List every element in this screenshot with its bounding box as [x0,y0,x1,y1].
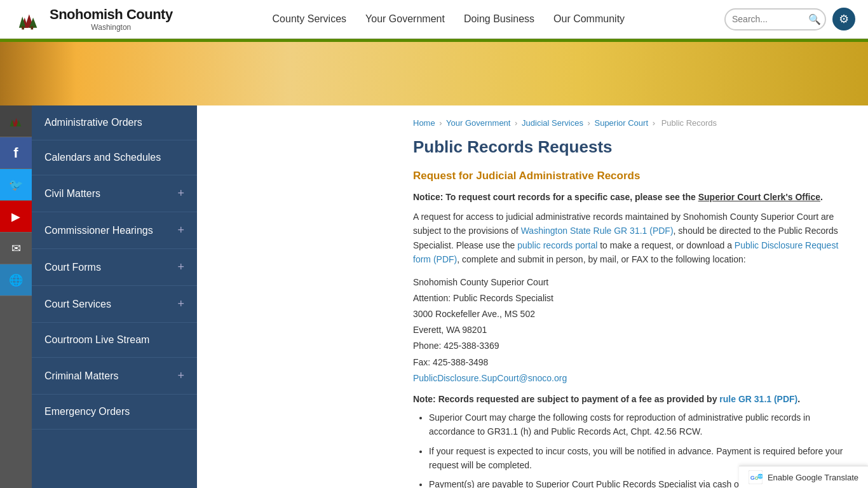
section-heading: Request for Judicial Administrative Reco… [413,170,849,182]
logo-icon [13,6,44,32]
svg-text:🌐: 🌐 [757,473,763,479]
address-phone: Phone: 425-388-3369 [413,338,849,354]
nav-item-civil-matters[interactable]: Civil Matters + [32,175,197,212]
nav-item-commissioner-hearings[interactable]: Commissioner Hearings + [32,212,197,249]
page-title: Public Records Requests [413,137,849,157]
logo-text: Snohomish County Washington [50,6,173,32]
county-name: Snohomish County [50,6,173,23]
note-text: Note: Records requested are subject to p… [413,394,849,404]
expand-court-forms-icon: + [177,261,184,274]
clerk-office-link[interactable]: Superior Court Clerk's Office [698,192,820,202]
address-line-2: Attention: Public Records Specialist [413,290,849,306]
nav-county-services[interactable]: County Services [273,13,347,25]
social-logo[interactable] [0,105,32,137]
address-line-4: Everett, WA 98201 [413,322,849,338]
nav-doing-business[interactable]: Doing Business [464,13,534,25]
notice-text: Notice: To request court records for a s… [413,192,849,202]
nav-item-calendars[interactable]: Calendars and Schedules [32,140,197,175]
header-right: 🔍 ⚙ [724,8,855,30]
svg-rect-5 [31,26,34,29]
facebook-icon[interactable]: f [0,137,32,169]
left-nav: Administrative Orders Calendars and Sche… [32,105,197,488]
search-input[interactable] [732,14,808,24]
breadcrumb-current: Public Records [661,118,717,128]
paragraph-1: A request for access to judicial adminis… [413,210,849,267]
address-fax: Fax: 425-388-3498 [413,355,849,370]
hero-banner [0,42,868,105]
state-name: Washington [50,23,173,32]
breadcrumb-judicial-services[interactable]: Judicial Services [522,118,583,128]
nav-item-courtroom-live-stream[interactable]: Courtroom Live Stream [32,323,197,358]
expand-commissioner-hearings-icon: + [177,224,184,237]
wa-rule-link[interactable]: Washington State Rule GR 31.1 (PDF) [521,226,674,236]
logo-group[interactable]: Snohomish County Washington [13,6,173,32]
main-layout: f 🐦 ▶ ✉ 🌐 Administrative Orders Calendar… [0,105,868,488]
nav-our-community[interactable]: Our Community [553,13,625,25]
main-nav: County Services Your Government Doing Bu… [273,13,625,25]
public-records-portal-link[interactable]: public records portal [517,240,597,250]
nav-item-court-forms[interactable]: Court Forms + [32,249,197,286]
bullet-1: Superior Court may charge the following … [429,410,849,439]
email-link[interactable]: PublicDisclosure.SupCourt@snoco.org [413,373,567,383]
svg-text:G: G [750,475,755,481]
nav-your-government[interactable]: Your Government [365,13,445,25]
expand-criminal-matters-icon: + [177,369,184,383]
translate-label: Enable Google Translate [768,473,858,482]
search-box[interactable]: 🔍 [724,8,826,30]
search-button[interactable]: 🔍 [808,13,821,25]
breadcrumb: Home › Your Government › Judicial Servic… [413,118,849,128]
breadcrumb-your-government[interactable]: Your Government [446,118,510,128]
site-header: Snohomish County Washington County Servi… [0,0,868,39]
address-block: Snohomish County Superior Court Attentio… [413,274,849,386]
translate-bar[interactable]: G o 🌐 Enable Google Translate [739,466,868,488]
youtube-icon[interactable]: ▶ [0,201,32,233]
expand-court-services-icon: + [177,297,184,311]
nav-item-administrative-orders[interactable]: Administrative Orders [32,105,197,140]
expand-civil-matters-icon: + [177,187,184,200]
nav-item-criminal-matters[interactable]: Criminal Matters + [32,358,197,395]
google-translate-icon: G o 🌐 [749,470,763,484]
settings-button[interactable]: ⚙ [832,8,855,30]
address-line-1: Snohomish County Superior Court [413,274,849,290]
disclosure-form-link[interactable]: Public Disclosure Request form (PDF) [413,240,838,264]
email-icon[interactable]: ✉ [0,233,32,264]
globe-icon[interactable]: 🌐 [0,264,32,296]
breadcrumb-home[interactable]: Home [413,118,435,128]
twitter-icon[interactable]: 🐦 [0,169,32,201]
breadcrumb-superior-court[interactable]: Superior Court [594,118,648,128]
nav-item-court-services[interactable]: Court Services + [32,286,197,323]
nav-item-emergency-orders[interactable]: Emergency Orders [32,395,197,430]
rule-link[interactable]: rule GR 31.1 (PDF) [719,394,797,404]
content-area: Home › Your Government › Judicial Servic… [394,105,868,488]
social-sidebar: f 🐦 ▶ ✉ 🌐 [0,105,32,488]
address-line-3: 3000 Rockefeller Ave., MS 502 [413,306,849,322]
svg-rect-4 [22,26,24,29]
